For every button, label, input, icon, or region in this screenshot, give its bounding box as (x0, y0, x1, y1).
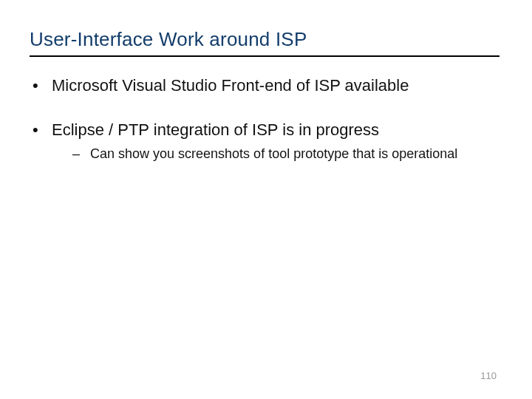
sub-bullet-item: Can show you screenshots of tool prototy… (69, 145, 499, 163)
sub-bullet-list: Can show you screenshots of tool prototy… (52, 145, 499, 163)
bullet-item: Eclipse / PTP integration of ISP is in p… (30, 119, 499, 163)
page-number: 110 (480, 370, 497, 381)
bullet-list: Microsoft Visual Studio Front-end of ISP… (30, 75, 499, 163)
bullet-text: Eclipse / PTP integration of ISP is in p… (52, 120, 379, 139)
bullet-text: Microsoft Visual Studio Front-end of ISP… (52, 76, 409, 95)
slide-body: Microsoft Visual Studio Front-end of ISP… (30, 75, 499, 163)
slide: User-Interface Work around ISP Microsoft… (0, 0, 532, 399)
slide-title: User-Interface Work around ISP (30, 28, 499, 57)
sub-bullet-text: Can show you screenshots of tool prototy… (90, 146, 457, 161)
bullet-item: Microsoft Visual Studio Front-end of ISP… (30, 75, 499, 97)
